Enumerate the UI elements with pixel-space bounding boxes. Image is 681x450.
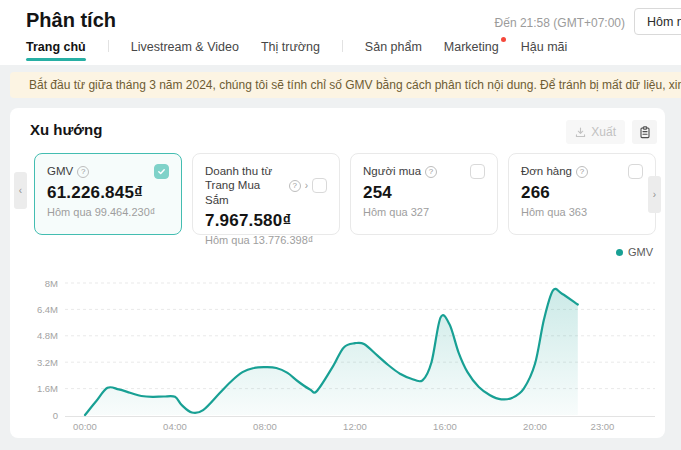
- metric-label: Đơn hàng: [521, 164, 572, 178]
- carousel-prev-button[interactable]: ‹: [14, 172, 27, 209]
- tab-marketing[interactable]: Marketing: [444, 40, 499, 63]
- metric-card-don-hang[interactable]: Đơn hàng ? 266 Hôm qua 363: [508, 153, 656, 235]
- metric-card-gmv[interactable]: GMV ? 61.226.845₫ Hôm qua 99.464.230₫: [34, 153, 182, 235]
- trend-chart: 01.6M3.2M4.8M6.4M8M00:0004:0008:0012:001…: [20, 273, 665, 433]
- tab-divider: [342, 40, 343, 52]
- tab-thi-truong[interactable]: Thị trường: [261, 40, 320, 63]
- header: Phân tích Đến 21:58 (GMT+07:00) Hôm nay:…: [0, 0, 681, 65]
- metric-yesterday: Hôm qua 99.464.230₫: [47, 206, 169, 218]
- metric-card-nguoi-mua[interactable]: Người mua ? 254 Hôm qua 327: [350, 153, 498, 235]
- chevron-right-icon: ›: [305, 180, 308, 191]
- x-tick-label: 04:00: [163, 421, 187, 432]
- download-icon: [575, 127, 586, 138]
- x-tick-label: 08:00: [253, 421, 277, 432]
- tab-marketing-label: Marketing: [444, 40, 499, 54]
- x-tick-label: 23:00: [591, 421, 615, 432]
- date-range-label: Hôm nay: Th: [647, 15, 681, 29]
- banner-text: Bắt đầu từ giữa tháng 3 năm 2024, chúng …: [29, 78, 681, 92]
- metric-label: GMV: [47, 164, 73, 178]
- help-icon[interactable]: ?: [77, 166, 89, 178]
- chevron-right-icon: ›: [653, 189, 656, 200]
- notification-dot: [501, 37, 506, 42]
- metric-value: 254: [363, 183, 485, 203]
- metric-cards-row: GMV ? 61.226.845₫ Hôm qua 99.464.230₫ Do…: [34, 153, 656, 235]
- tab-san-pham[interactable]: Sản phẩm: [365, 40, 422, 63]
- section-title: Xu hướng: [30, 121, 102, 138]
- warning-banner: Bắt đầu từ giữa tháng 3 năm 2024, chúng …: [10, 72, 681, 98]
- metric-card-doanh-thu[interactable]: Doanh thu từ Trang Mua Sắm ? › 7.967.580…: [192, 153, 340, 235]
- tab-livestream-video[interactable]: Livestream & Video: [131, 40, 239, 63]
- x-tick-label: 20:00: [523, 421, 547, 432]
- metric-checkbox-checked[interactable]: [154, 164, 169, 179]
- metric-yesterday: Hôm qua 363: [521, 206, 643, 218]
- help-icon[interactable]: ?: [576, 166, 588, 178]
- help-icon[interactable]: ?: [289, 180, 301, 192]
- trend-chart-svg: 01.6M3.2M4.8M6.4M8M00:0004:0008:0012:001…: [20, 273, 665, 433]
- page-body: Bắt đầu từ giữa tháng 3 năm 2024, chúng …: [0, 65, 681, 450]
- y-tick-label: 3.2M: [37, 357, 58, 368]
- chart-legend: GMV: [616, 246, 653, 258]
- x-tick-label: 12:00: [343, 421, 367, 432]
- metric-checkbox[interactable]: [470, 164, 485, 179]
- metric-checkbox[interactable]: [312, 178, 327, 193]
- report-button[interactable]: [632, 120, 657, 144]
- metric-value: 266: [521, 183, 643, 203]
- metric-label: Doanh thu từ Trang Mua Sắm: [205, 164, 285, 207]
- y-tick-label: 0: [53, 410, 58, 421]
- check-icon: [157, 167, 166, 176]
- legend-dot-gmv: [616, 249, 623, 256]
- export-label: Xuất: [591, 125, 616, 139]
- metric-value: 7.967.580₫: [205, 211, 327, 231]
- tab-trang-chu[interactable]: Trang chủ: [26, 40, 86, 63]
- chevron-left-icon: ‹: [19, 185, 22, 196]
- tab-divider: [108, 40, 109, 52]
- page-title: Phân tích: [26, 9, 116, 32]
- nav-tabs: Trang chủ Livestream & Video Thị trường …: [26, 39, 567, 63]
- metric-value: 61.226.845₫: [47, 183, 169, 203]
- data-updated-time: Đến 21:58 (GMT+07:00): [495, 16, 625, 30]
- y-tick-label: 8M: [45, 278, 58, 289]
- metric-checkbox[interactable]: [628, 164, 643, 179]
- legend-label: GMV: [628, 246, 653, 258]
- trend-section: Xu hướng Xuất ‹ › G: [10, 108, 665, 438]
- metric-yesterday: Hôm qua 327: [363, 206, 485, 218]
- y-tick-label: 4.8M: [37, 330, 58, 341]
- metric-yesterday: Hôm qua 13.776.398₫: [205, 234, 327, 246]
- metric-label: Người mua: [363, 164, 421, 178]
- help-icon[interactable]: ?: [425, 166, 437, 178]
- x-tick-label: 00:00: [73, 421, 97, 432]
- tab-hau-mai[interactable]: Hậu mãi: [521, 40, 568, 63]
- y-tick-label: 1.6M: [37, 383, 58, 394]
- clipboard-icon: [639, 126, 651, 139]
- x-tick-label: 16:00: [433, 421, 457, 432]
- carousel-next-button[interactable]: ›: [648, 176, 661, 213]
- export-button[interactable]: Xuất: [566, 120, 625, 144]
- date-range-button[interactable]: Hôm nay: Th: [634, 8, 681, 35]
- y-tick-label: 6.4M: [37, 304, 58, 315]
